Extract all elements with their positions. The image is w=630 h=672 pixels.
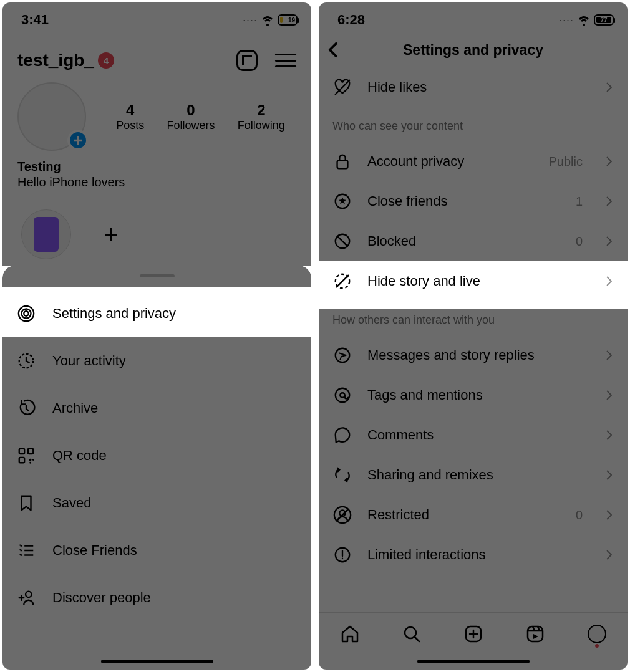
cellular-icon: ···· — [243, 14, 258, 27]
bio-text: Hello iPhone lovers — [17, 175, 296, 190]
status-time: 3:41 — [21, 12, 49, 28]
sheet-dim-top — [2, 266, 311, 287]
followers-label: Followers — [167, 119, 215, 132]
chevron-right-icon — [604, 276, 614, 286]
stat-posts[interactable]: 4 Posts — [116, 102, 144, 132]
highlights-row: + — [2, 192, 311, 277]
wifi-icon — [261, 14, 274, 26]
dim-overlay-bottom — [319, 309, 628, 670]
profile-header: test_igb_ 4 — [2, 32, 311, 76]
profile-stats-row: 4 Posts 0 Followers 2 Following — [2, 76, 311, 157]
right-screenshot: 6:28 ···· 77 Settings and privacy Hide l… — [319, 2, 628, 670]
gear-icon — [16, 304, 36, 324]
stat-following[interactable]: 2 Following — [238, 102, 285, 132]
row-label: Hide story and live — [367, 273, 589, 289]
hide-story-icon — [332, 271, 352, 291]
create-button[interactable] — [236, 50, 258, 71]
highlight-thumb — [34, 217, 59, 252]
plus-icon: + — [104, 221, 118, 249]
menu-bottom-sheet: Settings and privacy Your activity Archi… — [2, 266, 311, 670]
username-dropdown[interactable]: test_igb_ 4 — [17, 50, 114, 70]
notification-badge: 4 — [98, 52, 114, 69]
stat-followers[interactable]: 0 Followers — [167, 102, 215, 132]
plus-icon — [242, 55, 252, 65]
menu-settings-privacy[interactable]: Settings and privacy — [2, 290, 311, 337]
following-count: 2 — [238, 102, 285, 119]
posts-label: Posts — [116, 119, 144, 132]
left-screenshot: 3:41 ···· 19 test_igb_ 4 4 — [2, 2, 311, 670]
dim-overlay-top — [319, 2, 628, 269]
menu-label: Settings and privacy — [52, 305, 176, 322]
add-highlight-button[interactable]: + — [86, 209, 136, 259]
following-label: Following — [238, 119, 285, 132]
avatar[interactable] — [17, 82, 86, 151]
highlight-item[interactable] — [21, 209, 71, 259]
home-indicator[interactable] — [417, 660, 530, 663]
username: test_igb_ — [17, 50, 94, 70]
followers-count: 0 — [167, 102, 215, 119]
profile-bio: Testing Hello iPhone lovers — [2, 157, 311, 192]
home-indicator[interactable] — [101, 660, 213, 663]
display-name: Testing — [17, 160, 296, 174]
row-hide-story-live[interactable]: Hide story and live — [319, 261, 628, 301]
posts-count: 4 — [116, 102, 144, 119]
sheet-dim-bottom — [2, 334, 311, 670]
menu-button[interactable] — [275, 54, 296, 67]
battery-level: 19 — [288, 17, 295, 24]
battery-icon: 19 — [278, 14, 298, 26]
status-bar: 3:41 ···· 19 — [2, 2, 311, 32]
add-story-icon[interactable] — [67, 130, 89, 151]
